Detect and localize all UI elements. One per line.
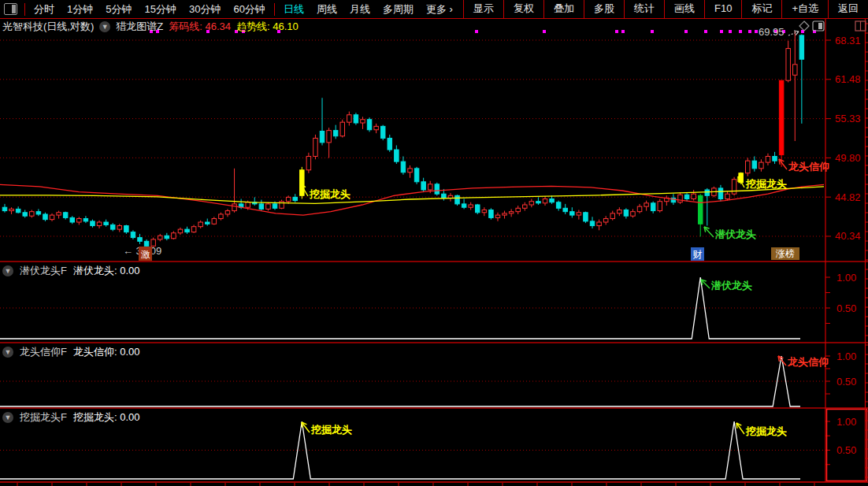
action-button-复权[interactable]: 复权 — [503, 0, 543, 18]
candle-body — [293, 197, 298, 200]
candle-body — [658, 202, 662, 211]
candle-body — [637, 206, 642, 212]
candle-body — [509, 212, 514, 213]
action-button-叠加[interactable]: 叠加 — [543, 0, 584, 18]
candle-body — [414, 169, 419, 182]
period-tab-9[interactable]: 多周期 — [377, 1, 420, 18]
action-button-F10[interactable]: F10 — [704, 0, 741, 18]
candle-body — [536, 202, 541, 203]
candle-body — [421, 182, 426, 190]
candle-body — [380, 126, 385, 138]
period-tab-4[interactable]: 30分钟 — [183, 1, 227, 18]
period-tab-3[interactable]: 15分钟 — [138, 1, 182, 18]
collapse-chevron-icon[interactable]: ▼ — [2, 412, 13, 423]
action-button-+自选[interactable]: +自选 — [781, 0, 828, 18]
panel-axis-label: 1.00 — [836, 351, 856, 362]
candle-body — [191, 227, 196, 232]
candle-body — [773, 156, 777, 161]
candle-body — [455, 195, 460, 204]
candle-body — [624, 210, 629, 216]
candle-body — [556, 202, 561, 209]
panel-header-longtou: ▼ 龙头信仰F 龙头信仰: 0.00 — [2, 345, 139, 359]
trend-line-value: 46.10 — [273, 20, 299, 32]
action-button-返回[interactable]: 返回 — [828, 0, 868, 18]
candle-body — [333, 131, 338, 136]
event-badge-text: 激 — [141, 249, 150, 260]
indicator-group-name: 猎龙图谱Z — [116, 20, 163, 34]
top-toolbar: 分时1分钟5分钟15分钟30分钟60分钟日线周线月线多周期更多 › 显示复权叠加… — [0, 0, 868, 19]
signal-annotation: 龙头信仰 — [788, 161, 829, 173]
period-tab-6[interactable]: 日线 — [277, 1, 310, 18]
candle-body — [786, 49, 791, 81]
candle-body — [212, 219, 217, 224]
period-tab-0[interactable]: 分时 — [28, 1, 61, 18]
action-button-统计[interactable]: 统计 — [624, 0, 664, 18]
spike-label: 潜伏龙头 — [710, 280, 752, 291]
collapse-chevron-icon[interactable]: ▼ — [2, 265, 13, 276]
period-tab-7[interactable]: 周线 — [310, 1, 343, 18]
collapse-chevron-icon[interactable]: ▼ — [2, 347, 13, 358]
candle-body — [793, 65, 798, 75]
period-tab-1[interactable]: 1分钟 — [61, 1, 99, 18]
candle-body — [2, 207, 7, 210]
candle-body — [618, 210, 622, 213]
action-button-显示[interactable]: 显示 — [463, 0, 503, 18]
toolbar-divider — [274, 3, 275, 16]
panel-header-wajue: ▼ 挖掘龙头F 挖掘龙头: 0.00 — [2, 410, 139, 425]
candle-body — [395, 150, 399, 161]
candle-body — [523, 205, 528, 208]
candle-body — [313, 138, 318, 156]
period-tab-5[interactable]: 60分钟 — [227, 1, 271, 18]
panel-value: 潜伏龙头: 0.00 — [73, 264, 140, 278]
candle-body — [327, 131, 332, 143]
candle-body — [30, 212, 35, 217]
candle-body — [50, 215, 54, 220]
candle-body — [367, 120, 372, 130]
period-tabs: 分时1分钟5分钟15分钟30分钟60分钟日线周线月线多周期更多 › — [0, 0, 459, 18]
candle-body — [631, 212, 636, 217]
candle-body — [401, 161, 406, 173]
candle-body — [408, 169, 413, 173]
period-tab-8[interactable]: 月线 — [343, 1, 377, 18]
signal-annotation: 潜伏龙头 — [714, 228, 756, 240]
action-button-标记[interactable]: 标记 — [741, 0, 781, 18]
candle-body — [752, 161, 757, 169]
candle-body — [138, 238, 143, 242]
panel-axis-label: 0.50 — [836, 302, 856, 314]
period-tab-2[interactable]: 5分钟 — [99, 1, 138, 18]
layout-toggle-icon[interactable] — [4, 3, 17, 15]
panel-value: 龙头信仰: 0.00 — [73, 345, 140, 359]
toolbar-divider — [24, 3, 25, 16]
marker-dot — [621, 30, 625, 33]
candle-body — [529, 202, 534, 205]
split-window-icon-fill — [818, 23, 822, 29]
candle-body — [590, 221, 595, 226]
candle-body — [442, 194, 447, 198]
marker-dot — [729, 30, 732, 33]
panel-axis-label: 0.50 — [836, 376, 856, 388]
candle-body — [799, 35, 804, 59]
spike-label: 挖掘龙头 — [745, 425, 787, 437]
candle-body — [266, 204, 271, 209]
action-button-多股[interactable]: 多股 — [584, 0, 624, 18]
marker-dot — [748, 30, 751, 33]
candle-body — [361, 120, 365, 123]
candle-body — [428, 184, 432, 190]
candle-body — [779, 80, 784, 154]
marker-dot — [720, 30, 723, 33]
candle-body — [692, 194, 696, 198]
candle-body — [131, 232, 135, 238]
candle-body — [110, 224, 115, 229]
candle-body — [117, 226, 122, 230]
candle-body — [388, 138, 392, 150]
marker-dot — [475, 30, 478, 33]
candle-body — [259, 204, 264, 209]
chevron-down-icon[interactable]: ▼ — [99, 21, 110, 32]
diamond-icon[interactable] — [799, 21, 809, 31]
action-button-画线[interactable]: 画线 — [664, 0, 704, 18]
candle-body — [300, 170, 305, 195]
app-window: 分时1分钟5分钟15分钟30分钟60分钟日线周线月线多周期更多 › 显示复权叠加… — [0, 0, 868, 486]
candle-body — [206, 222, 210, 224]
period-tab-10[interactable]: 更多 › — [420, 1, 459, 18]
panel-axis-label: 1.00 — [836, 416, 856, 428]
